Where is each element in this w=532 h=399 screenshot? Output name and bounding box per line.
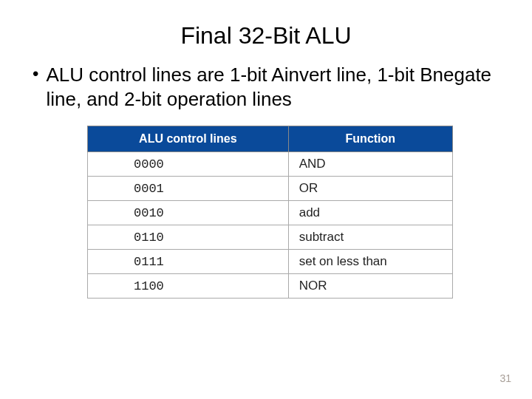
slide-title: Final 32-Bit ALU: [30, 22, 502, 50]
header-control-lines: ALU control lines: [88, 126, 289, 152]
alu-control-table: ALU control lines Function 0000 AND 0001…: [87, 126, 453, 299]
cell-func: AND: [288, 152, 452, 177]
cell-code: 0111: [88, 250, 289, 274]
cell-code: 0110: [88, 225, 289, 250]
cell-func: OR: [288, 177, 452, 201]
bullet-dot-icon: •: [33, 63, 38, 85]
bullet-item: • ALU control lines are 1-bit Ainvert li…: [30, 63, 502, 111]
table-row: 0110 subtract: [88, 225, 453, 250]
cell-code: 0000: [88, 152, 289, 177]
bullet-text: ALU control lines are 1-bit Ainvert line…: [46, 63, 502, 111]
cell-func: set on less than: [288, 250, 452, 274]
table-row: 0111 set on less than: [88, 250, 453, 274]
table-row: 0000 AND: [88, 152, 453, 177]
cell-func: NOR: [288, 274, 452, 299]
table-header-row: ALU control lines Function: [88, 126, 453, 152]
cell-code: 0010: [88, 201, 289, 225]
cell-code: 1100: [88, 274, 289, 299]
cell-func: subtract: [288, 225, 452, 250]
cell-func: add: [288, 201, 452, 225]
page-number: 31: [499, 372, 511, 384]
table-row: 0001 OR: [88, 177, 453, 201]
table-row: 0010 add: [88, 201, 453, 225]
header-function: Function: [288, 126, 452, 152]
table-row: 1100 NOR: [88, 274, 453, 299]
cell-code: 0001: [88, 177, 289, 201]
